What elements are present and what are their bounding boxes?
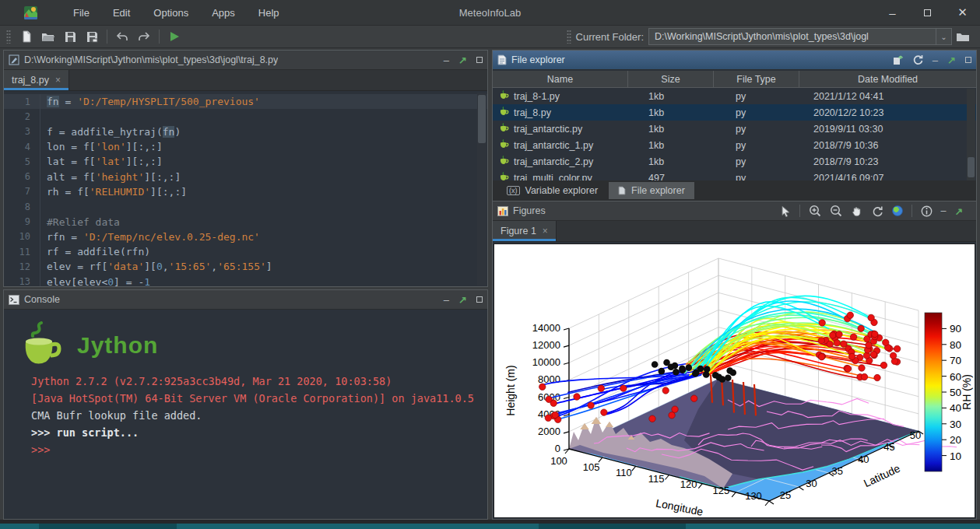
code-line[interactable]: 12elev = rf['data'][0,'15:65','65:155'] (4, 259, 487, 274)
minimize-button[interactable]: – (875, 0, 910, 26)
maximize-button[interactable] (910, 0, 945, 26)
svg-text:115: 115 (648, 473, 665, 485)
export-file-icon[interactable] (892, 54, 903, 65)
file-explorer-scrollbar[interactable] (967, 89, 975, 182)
editor-tab-traj8[interactable]: traj_8.py × (4, 70, 69, 90)
tab-variable-explorer[interactable]: (x) Variable explorer (497, 182, 607, 199)
editor-scrollbar-thumb[interactable] (478, 95, 486, 143)
figure-1-tab[interactable]: Figure 1 × (493, 221, 557, 241)
file-row[interactable]: traj_antarctic_2.py1kbpy2018/7/9 10:23 (493, 153, 976, 170)
code-line[interactable]: 2 (4, 109, 487, 124)
editor-scrollbar[interactable] (477, 93, 486, 286)
figure-tab-label: Figure 1 (501, 226, 536, 236)
save-button[interactable] (59, 27, 81, 46)
editor-minimize-icon[interactable]: – (444, 55, 449, 65)
browse-folder-icon (956, 32, 970, 42)
editor-tabbar: traj_8.py × (4, 70, 487, 91)
code-line[interactable]: 6alt = f['height'][:,:] (4, 169, 487, 184)
toolbar-grip[interactable] (6, 30, 11, 44)
file-explorer-maximize-icon[interactable] (965, 57, 971, 63)
code-editor[interactable]: 1fn = 'D:/Temp/HYSPLIT/500_previous'23f … (4, 92, 487, 286)
figure-canvas[interactable]: 0200040006000800010000120001400010010511… (494, 243, 975, 518)
svg-text:12000: 12000 (532, 339, 560, 351)
jython-file-icon (499, 172, 509, 181)
code-line[interactable]: 4lon = f['lon'][:,:] (4, 139, 487, 154)
run-icon (169, 31, 180, 42)
explorer-bottom-tabs: (x) Variable explorer File explorer (492, 180, 977, 201)
column-filetype[interactable]: File Type (714, 71, 799, 87)
app-logo-icon (24, 6, 37, 19)
close-button[interactable]: ✕ (945, 0, 980, 26)
file-row[interactable]: traj_8.py1kbpy2020/12/2 10:23 (493, 104, 976, 121)
maximize-icon (924, 9, 931, 16)
svg-text:50: 50 (950, 387, 961, 398)
column-size[interactable]: Size (628, 71, 714, 87)
console-minimize-icon[interactable]: – (444, 295, 449, 305)
menu-edit[interactable]: Edit (113, 7, 130, 19)
file-row[interactable]: traj_antarctic.py1kbpy2019/9/11 03:30 (493, 121, 976, 137)
globe-icon[interactable] (892, 205, 903, 216)
console-maximize-icon[interactable] (476, 296, 483, 303)
file-scrollbar-thumb[interactable] (968, 157, 975, 177)
undo-button[interactable] (111, 27, 133, 46)
zoom-out-icon[interactable] (830, 205, 842, 217)
editor-maximize-icon[interactable] (476, 57, 483, 63)
code-line[interactable]: 7rh = f['RELHUMID'][:,:] (4, 184, 487, 199)
info-icon[interactable] (921, 205, 933, 217)
menu-apps[interactable]: Apps (212, 7, 235, 19)
file-row[interactable]: traj_multi_color.py497py2021/4/16 09:07 (493, 170, 976, 180)
save-as-button[interactable] (81, 27, 103, 46)
console-line: >>> run script... (4, 424, 487, 441)
menu-bar: File Edit Options Apps Help MeteoInfoLab… (0, 0, 980, 26)
open-file-button[interactable] (37, 27, 59, 46)
code-line[interactable]: 10rfn = 'D:/Temp/nc/elev.0.25-deg.nc' (4, 229, 487, 244)
new-file-button[interactable] (16, 27, 37, 46)
figures-title: Figures (513, 205, 546, 216)
console-output[interactable]: Jython Jython 2.7.2 (v2.7.2:925a3cc3b49d… (4, 310, 487, 519)
run-script-button[interactable] (163, 27, 185, 46)
svg-text:90: 90 (950, 323, 961, 335)
menu-file[interactable]: File (73, 7, 90, 19)
file-row[interactable]: traj_8-1.py1kbpy2021/1/12 04:41 (493, 88, 976, 104)
file-explorer-float-icon[interactable]: ↗ (947, 54, 956, 66)
zoom-in-icon[interactable] (809, 205, 821, 217)
svg-text:30: 30 (950, 419, 961, 430)
tab-close-icon[interactable]: × (55, 75, 61, 86)
code-line[interactable]: 3f = addfile_hytraj(fn) (4, 124, 487, 139)
select-cursor-icon[interactable] (781, 205, 791, 217)
tab-file-explorer[interactable]: File explorer (609, 182, 694, 199)
figures-minimize-icon[interactable]: – (941, 205, 947, 216)
file-row[interactable]: traj_antarctic_1.py1kbpy2018/7/9 10:36 (493, 137, 976, 153)
redo-button[interactable] (133, 27, 155, 46)
console-float-icon[interactable]: ↗ (458, 294, 467, 306)
console-line: Jython 2.7.2 (v2.7.2:925a3cc3b49d, Mar 2… (4, 373, 487, 390)
folder-toolbar-grip[interactable] (567, 30, 571, 44)
file-table: Name Size File Type Date Modified traj_8… (493, 71, 976, 180)
menu-options[interactable]: Options (153, 7, 188, 19)
column-name[interactable]: Name (493, 71, 628, 87)
current-folder-label: Current Folder: (576, 31, 644, 43)
pan-hand-icon[interactable] (851, 205, 862, 217)
editor-panel: D:\Working\MIScript\Jython\mis\plot_type… (3, 50, 488, 287)
code-line[interactable]: 1fn = 'D:/Temp/HYSPLIT/500_previous' (4, 94, 487, 109)
editor-float-icon[interactable]: ↗ (458, 54, 467, 66)
code-line[interactable]: 5lat = f['lat'][:,:] (4, 154, 487, 169)
refresh-icon[interactable] (912, 54, 923, 65)
column-date-modified[interactable]: Date Modified (799, 71, 976, 87)
file-explorer-minimize-icon[interactable]: – (933, 55, 938, 65)
combobox-dropdown-arrow[interactable]: ⌄ (936, 29, 951, 44)
figure-tab-close-icon[interactable]: × (543, 226, 548, 236)
figures-float-icon[interactable]: ↗ (955, 205, 963, 217)
code-line[interactable]: 11rf = addfile(rfn) (4, 244, 487, 259)
svg-text:70: 70 (950, 355, 961, 366)
jython-file-icon (499, 90, 509, 103)
code-line[interactable]: 13elev[elev<0] = -1 (4, 275, 487, 286)
menu-help[interactable]: Help (258, 7, 279, 19)
code-line[interactable]: 8 (4, 199, 487, 214)
svg-text:45: 45 (883, 441, 894, 453)
rotate-icon[interactable] (871, 205, 883, 217)
current-folder-combobox[interactable]: D:\Working\MIScript\Jython\mis\plot_type… (648, 28, 952, 45)
code-line[interactable]: 9#Relief data (4, 214, 487, 229)
browse-folder-button[interactable] (952, 27, 974, 46)
undo-icon (116, 31, 128, 42)
